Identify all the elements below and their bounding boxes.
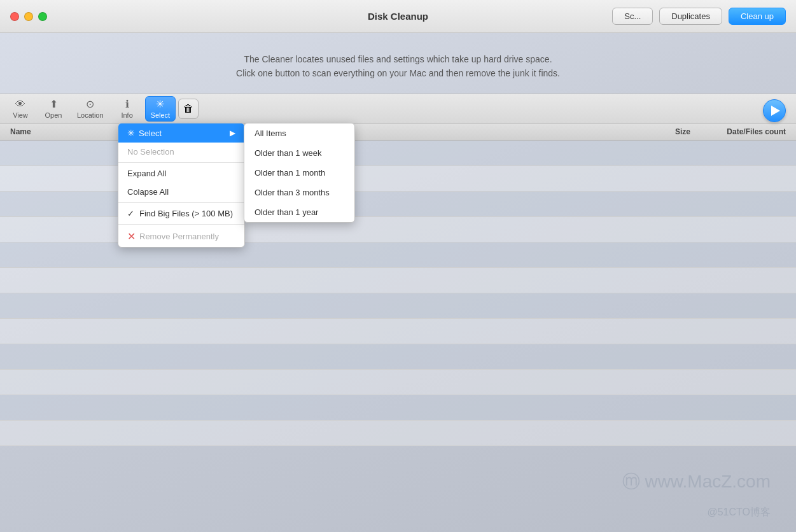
close-button[interactable] — [10, 12, 19, 21]
select-label: Select — [151, 111, 171, 119]
dropdown-menu: ✳ Select ▶ No Selection Expand All Colap… — [118, 123, 245, 248]
remove-permanently-label: Remove Permanently — [139, 232, 219, 241]
submenu-older-3months[interactable]: Older than 3 months — [244, 183, 354, 202]
play-button[interactable] — [763, 99, 786, 122]
description: The Cleaner locates unused files and set… — [0, 33, 796, 94]
submenu-older-month[interactable]: Older than 1 month — [244, 163, 354, 183]
col-size-header: Size — [639, 127, 690, 136]
expand-all-item[interactable]: Expand All — [118, 164, 244, 183]
eye-icon: 👁 — [15, 99, 25, 110]
scan-button[interactable]: Sc... — [612, 8, 653, 25]
sun-icon: ✳ — [127, 128, 135, 138]
menu-separator-3 — [118, 224, 244, 225]
app-title: Disk Cleanup — [368, 11, 428, 22]
description-line2: Click one button to scan everything on y… — [13, 66, 783, 80]
submenu-older-week[interactable]: Older than 1 week — [244, 143, 354, 163]
no-selection-item: No Selection — [118, 143, 244, 161]
table-row — [0, 395, 796, 421]
select-icon: ✳ — [156, 98, 164, 110]
view-button[interactable]: 👁 View — [5, 96, 36, 122]
remove-permanently-item[interactable]: ✕ Remove Permanently — [118, 226, 244, 247]
select-menu-item[interactable]: ✳ Select ▶ — [118, 123, 244, 143]
find-big-files-label: Find Big Files (> 100 MB) — [139, 209, 233, 218]
select-menu-label: Select — [139, 129, 162, 138]
open-label: Open — [45, 111, 62, 119]
clean-button[interactable]: Clean up — [729, 8, 786, 25]
location-icon: ⊙ — [86, 98, 94, 110]
table-row — [0, 344, 796, 370]
expand-all-label: Expand All — [127, 169, 166, 178]
location-label: Location — [77, 111, 104, 119]
trash-button[interactable]: 🗑 — [178, 99, 199, 119]
table-row — [0, 370, 796, 395]
view-label: View — [13, 111, 28, 119]
menu-separator — [118, 162, 244, 163]
table-row — [0, 319, 796, 344]
table-row — [0, 268, 796, 293]
info-icon: ℹ — [125, 98, 129, 110]
find-big-files-item[interactable]: Find Big Files (> 100 MB) — [118, 204, 244, 223]
location-button[interactable]: ⊙ Location — [71, 96, 109, 122]
menu-separator-2 — [118, 202, 244, 203]
collapse-all-item[interactable]: Colapse All — [118, 183, 244, 201]
open-icon: ⬆ — [50, 98, 58, 110]
collapse-all-label: Colapse All — [127, 187, 169, 197]
main-content: The Cleaner locates unused files and set… — [0, 33, 796, 532]
maximize-button[interactable] — [38, 12, 47, 21]
info-label: Info — [121, 111, 132, 119]
submenu-arrow-icon: ▶ — [230, 129, 235, 137]
minimize-button[interactable] — [24, 12, 33, 21]
info-button[interactable]: ℹ Info — [112, 96, 143, 122]
no-selection-label: No Selection — [127, 147, 174, 157]
duplicates-button[interactable]: Duplicates — [659, 8, 722, 25]
title-bar: Disk Cleanup Sc... Duplicates Clean up — [0, 0, 796, 33]
submenu-older-year[interactable]: Older than 1 year — [244, 202, 354, 222]
description-line1: The Cleaner locates unused files and set… — [13, 52, 783, 66]
remove-icon: ✕ — [127, 230, 136, 242]
toolbar: 👁 View ⬆ Open ⊙ Location ℹ Info ✳ Select… — [0, 94, 796, 124]
submenu-all-items[interactable]: All Items — [244, 123, 354, 143]
select-button[interactable]: ✳ Select — [145, 96, 176, 122]
table-row — [0, 293, 796, 319]
table-row — [0, 421, 796, 446]
col-date-header: Date/Files count — [690, 127, 786, 136]
title-bar-buttons: Sc... Duplicates Clean up — [612, 8, 786, 25]
open-button[interactable]: ⬆ Open — [38, 96, 69, 122]
submenu: All Items Older than 1 week Older than 1… — [244, 123, 355, 223]
traffic-lights — [10, 12, 47, 21]
